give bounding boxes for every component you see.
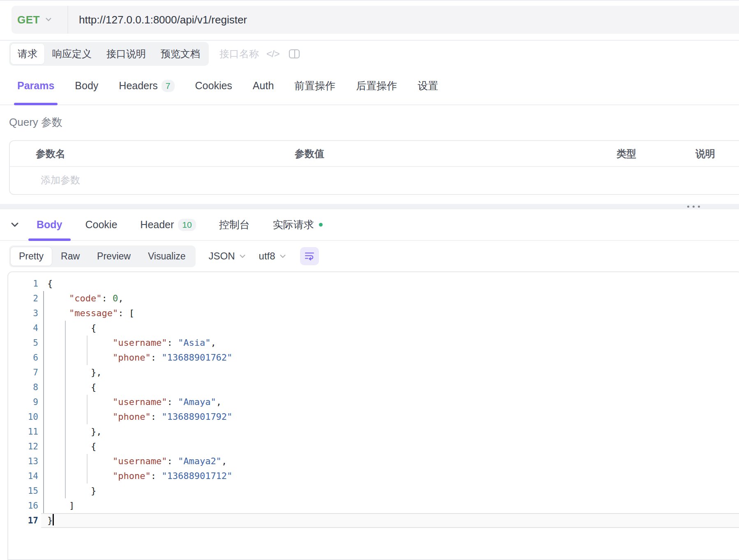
- api-name-placeholder[interactable]: 接口名称: [219, 47, 259, 60]
- mode-pretty[interactable]: Pretty: [11, 247, 52, 266]
- view-mode-segmented: Pretty Raw Preview Visualize: [9, 245, 196, 267]
- code-line[interactable]: 6 "phone": "13688901762": [8, 350, 739, 365]
- line-number: 10: [8, 410, 41, 424]
- code-line[interactable]: 12 {: [8, 439, 739, 454]
- code-line[interactable]: 17}: [8, 513, 739, 528]
- tab-settings[interactable]: 设置: [418, 67, 438, 104]
- tab-post-operations[interactable]: 后置操作: [356, 67, 397, 104]
- pane-splitter[interactable]: [0, 204, 739, 209]
- add-param-row[interactable]: 添加参数: [10, 167, 739, 193]
- url-divider: [67, 6, 68, 34]
- tab-actual-request[interactable]: 实际请求: [273, 209, 323, 240]
- url-input[interactable]: http://127.0.0.1:8000/api/v1/register: [79, 14, 247, 26]
- header-count-badge: 10: [178, 219, 196, 231]
- tab-cookies[interactable]: Cookies: [195, 67, 232, 104]
- tab-body[interactable]: Body: [75, 67, 98, 104]
- code-line[interactable]: 14 "phone": "13688901712": [8, 469, 739, 484]
- method-dropdown-chevron-icon[interactable]: [45, 16, 52, 23]
- tab-response-header[interactable]: Header10: [140, 209, 196, 240]
- code-line[interactable]: 13 "username": "Amaya2",: [8, 454, 739, 469]
- code-line[interactable]: 15 }: [8, 484, 739, 498]
- params-table: 参数名 参数值 类型 说明 添加参数: [9, 140, 739, 195]
- line-number: 16: [8, 498, 41, 513]
- headers-count-badge: 7: [162, 80, 175, 92]
- column-param-type: 类型: [617, 147, 636, 160]
- tab-pre-operations[interactable]: 前置操作: [294, 67, 335, 104]
- chevron-down-icon: [239, 254, 246, 259]
- line-number: 6: [8, 350, 41, 365]
- code-lines: 1{2 "code": 0,3 "message": [4 {5 "userna…: [8, 276, 739, 528]
- line-number: 17: [8, 513, 41, 528]
- chevron-down-icon: [279, 254, 286, 259]
- status-dot-icon: [319, 223, 323, 227]
- code-line[interactable]: 16 ]: [8, 498, 739, 513]
- line-number: 3: [8, 306, 41, 321]
- tab-auth[interactable]: Auth: [253, 67, 274, 104]
- line-number: 12: [8, 439, 41, 454]
- line-number: 8: [8, 380, 41, 395]
- request-url-row: GET http://127.0.0.1:8000/api/v1/registe…: [0, 1, 739, 41]
- tab-api-description[interactable]: 接口说明: [99, 44, 153, 64]
- code-line[interactable]: 7 },: [8, 365, 739, 380]
- line-number: 5: [8, 336, 41, 350]
- line-number: 1: [8, 276, 41, 291]
- code-line[interactable]: 10 "phone": "13688901792": [8, 410, 739, 424]
- line-number: 7: [8, 365, 41, 380]
- mode-visualize[interactable]: Visualize: [140, 247, 194, 266]
- line-number: 13: [8, 454, 41, 469]
- mode-preview[interactable]: Preview: [89, 247, 139, 266]
- query-params-title: Query 参数: [9, 115, 739, 130]
- response-body-toolbar: Pretty Raw Preview Visualize JSON utf8: [0, 241, 739, 271]
- tab-console[interactable]: 控制台: [219, 209, 250, 240]
- text-caret: [53, 514, 54, 525]
- params-table-header: 参数名 参数值 类型 说明: [10, 141, 739, 167]
- column-param-name: 参数名: [36, 147, 65, 160]
- line-number: 9: [8, 395, 41, 410]
- tab-request[interactable]: 请求: [11, 44, 44, 64]
- code-line[interactable]: 11 },: [8, 424, 739, 439]
- column-param-desc: 说明: [695, 147, 715, 160]
- code-brackets-icon[interactable]: </>: [266, 48, 279, 60]
- tab-response-body[interactable]: Body: [37, 209, 62, 240]
- line-number: 15: [8, 484, 41, 498]
- line-number: 4: [8, 321, 41, 336]
- code-line[interactable]: 2 "code": 0,: [8, 291, 739, 306]
- column-param-value: 参数值: [295, 147, 324, 160]
- collapse-panel-chevron-icon[interactable]: [10, 222, 19, 228]
- tab-params[interactable]: Params: [17, 67, 54, 104]
- response-tabs-row: Body Cookie Header10 控制台 实际请求: [0, 209, 739, 241]
- view-tabs-row: 请求 响应定义 接口说明 预览文档 接口名称 </>: [0, 41, 739, 67]
- code-line[interactable]: 3 "message": [: [8, 306, 739, 321]
- word-wrap-button[interactable]: [300, 247, 319, 265]
- tab-headers[interactable]: Headers7: [119, 67, 174, 104]
- code-line[interactable]: 9 "username": "Amaya",: [8, 395, 739, 410]
- line-number: 2: [8, 291, 41, 306]
- response-body-editor[interactable]: 1{2 "code": 0,3 "message": [4 {5 "userna…: [7, 271, 739, 560]
- request-tabs-row: Params Body Headers7 Cookies Auth 前置操作 后…: [0, 67, 739, 105]
- mode-raw[interactable]: Raw: [53, 247, 88, 266]
- code-line[interactable]: 8 {: [8, 380, 739, 395]
- http-method-select[interactable]: GET: [12, 14, 40, 26]
- line-number: 11: [8, 424, 41, 439]
- line-number: 14: [8, 469, 41, 484]
- tab-response-cookie[interactable]: Cookie: [85, 209, 118, 240]
- query-params-section: Query 参数 参数名 参数值 类型 说明 添加参数: [0, 105, 739, 204]
- code-line[interactable]: 5 "username": "Asia",: [8, 336, 739, 350]
- tab-preview-docs[interactable]: 预览文档: [154, 44, 207, 64]
- code-line[interactable]: 4 {: [8, 321, 739, 336]
- more-options-icon[interactable]: [687, 206, 700, 208]
- tab-response-definition[interactable]: 响应定义: [45, 44, 99, 64]
- split-view-icon[interactable]: [289, 49, 300, 59]
- view-tabs-segmented: 请求 响应定义 接口说明 预览文档: [9, 42, 209, 66]
- encoding-dropdown[interactable]: utf8: [259, 250, 286, 262]
- word-wrap-icon: [304, 251, 315, 261]
- format-dropdown[interactable]: JSON: [209, 250, 246, 262]
- code-line[interactable]: 1{: [8, 276, 739, 291]
- url-input-group: GET http://127.0.0.1:8000/api/v1/registe…: [12, 6, 739, 34]
- add-param-placeholder: 添加参数: [41, 174, 80, 187]
